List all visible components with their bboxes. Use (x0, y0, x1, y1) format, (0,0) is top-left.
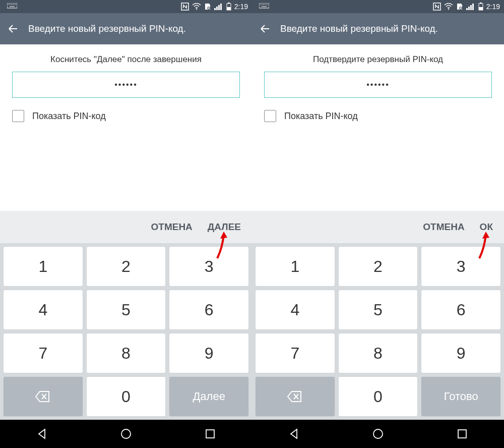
nav-back[interactable] (31, 423, 53, 445)
numeric-keypad: 1 2 3 4 5 6 7 8 9 0 Готово (252, 243, 504, 420)
sim-icon (456, 3, 463, 11)
key-backspace[interactable] (255, 376, 335, 417)
show-pin-row[interactable]: Показать PIN-код (252, 106, 504, 134)
key-8[interactable]: 8 (86, 333, 166, 373)
nav-bar (252, 420, 504, 448)
page-title: Введите новый резервный PIN-код. (28, 23, 186, 34)
sim-icon (204, 3, 211, 11)
action-row: ОТМЕНА ДАЛЕЕ (0, 211, 252, 243)
nav-bar (0, 420, 252, 448)
nav-recent[interactable] (199, 423, 221, 445)
instruction-text: Подтвердите резервный PIN-код (252, 44, 504, 72)
key-done[interactable]: Готово (421, 376, 501, 417)
phone-screen-left: 2:19 Введите новый резервный PIN-код. Ко… (0, 0, 252, 448)
svg-rect-36 (472, 4, 474, 10)
back-button[interactable] (6, 22, 20, 36)
battery-icon (478, 3, 483, 11)
nfc-icon (181, 3, 189, 11)
nav-back[interactable] (283, 423, 305, 445)
key-4[interactable]: 4 (3, 290, 83, 330)
key-done[interactable]: Далее (169, 376, 249, 417)
signal-icon (214, 3, 223, 10)
svg-rect-39 (480, 3, 482, 4)
svg-rect-33 (466, 8, 468, 10)
nav-recent[interactable] (451, 423, 473, 445)
status-time: 2:19 (486, 3, 500, 11)
svg-rect-34 (468, 7, 470, 10)
key-7[interactable]: 7 (255, 333, 335, 373)
svg-point-20 (121, 429, 131, 438)
next-button-label: ДАЛЕЕ (208, 221, 241, 232)
svg-rect-21 (206, 430, 214, 438)
key-backspace[interactable] (3, 376, 83, 417)
show-pin-label: Показать PIN-код (32, 111, 106, 122)
key-5[interactable]: 5 (86, 290, 166, 330)
status-time: 2:19 (234, 3, 248, 11)
spacer (252, 139, 504, 211)
battery-icon (226, 3, 231, 11)
content-area: Подтвердите резервный PIN-код •••••• Пок… (252, 44, 504, 139)
app-bar: Введите новый резервный PIN-код. (252, 13, 504, 44)
key-2[interactable]: 2 (338, 246, 418, 287)
svg-rect-16 (227, 7, 231, 10)
pin-input[interactable]: •••••• (12, 72, 240, 98)
key-4[interactable]: 4 (255, 290, 335, 330)
key-0[interactable]: 0 (338, 376, 418, 417)
svg-rect-22 (259, 3, 269, 8)
cancel-button[interactable]: ОТМЕНА (423, 221, 464, 233)
wifi-icon (444, 3, 453, 10)
key-1[interactable]: 1 (255, 246, 335, 287)
key-8[interactable]: 8 (338, 333, 418, 373)
spacer (0, 139, 252, 211)
svg-rect-43 (458, 430, 466, 438)
page-title: Введите новый резервный PIN-код. (280, 23, 438, 34)
numeric-keypad: 1 2 3 4 5 6 7 8 9 0 Далее (0, 243, 252, 420)
key-6[interactable]: 6 (169, 290, 249, 330)
key-3[interactable]: 3 (169, 246, 249, 287)
key-3[interactable]: 3 (421, 246, 501, 287)
svg-rect-0 (7, 3, 17, 8)
key-9[interactable]: 9 (169, 333, 249, 373)
svg-point-42 (373, 429, 383, 438)
content-area: Коснитесь "Далее" после завершения •••••… (0, 44, 252, 139)
pin-input[interactable]: •••••• (264, 72, 492, 98)
nfc-icon (433, 3, 441, 11)
svg-rect-11 (214, 8, 216, 10)
checkbox-icon[interactable] (264, 110, 276, 122)
key-2[interactable]: 2 (86, 246, 166, 287)
keyboard-icon (259, 3, 269, 10)
keyboard-icon (7, 3, 17, 10)
svg-point-7 (196, 9, 197, 10)
svg-rect-38 (479, 7, 483, 10)
svg-point-29 (448, 9, 449, 10)
phone-screen-right: 2:19 Введите новый резервный PIN-код. По… (252, 0, 504, 448)
svg-rect-17 (228, 3, 230, 4)
svg-rect-12 (216, 7, 218, 10)
key-5[interactable]: 5 (338, 290, 418, 330)
key-9[interactable]: 9 (421, 333, 501, 373)
key-6[interactable]: 6 (421, 290, 501, 330)
checkbox-icon[interactable] (12, 110, 24, 122)
nav-home[interactable] (367, 423, 389, 445)
svg-rect-14 (220, 4, 222, 10)
svg-rect-13 (218, 5, 220, 10)
ok-button[interactable]: ОК (480, 221, 493, 233)
status-bar: 2:19 (252, 0, 504, 13)
next-button[interactable]: ДАЛЕЕ (208, 221, 241, 233)
instruction-text: Коснитесь "Далее" после завершения (0, 44, 252, 72)
ok-button-label: ОК (480, 221, 493, 232)
show-pin-label: Показать PIN-код (284, 111, 358, 122)
key-0[interactable]: 0 (86, 376, 166, 417)
action-row: ОТМЕНА ОК (252, 211, 504, 243)
show-pin-row[interactable]: Показать PIN-код (0, 106, 252, 134)
svg-rect-35 (470, 5, 472, 10)
key-7[interactable]: 7 (3, 333, 83, 373)
signal-icon (466, 3, 475, 10)
nav-home[interactable] (115, 423, 137, 445)
back-button[interactable] (258, 22, 272, 36)
key-1[interactable]: 1 (3, 246, 83, 287)
wifi-icon (192, 3, 201, 10)
status-bar: 2:19 (0, 0, 252, 13)
app-bar: Введите новый резервный PIN-код. (0, 13, 252, 44)
cancel-button[interactable]: ОТМЕНА (151, 221, 193, 233)
